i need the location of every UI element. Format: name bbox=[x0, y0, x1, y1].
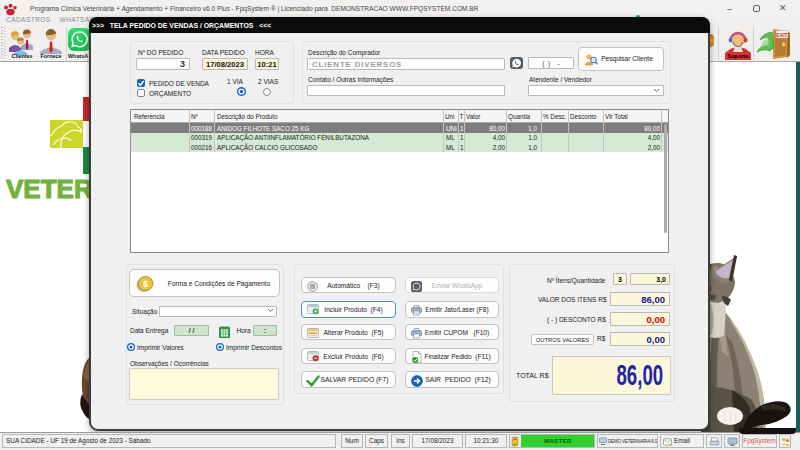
svg-text:$: $ bbox=[143, 279, 148, 289]
svg-text:EXIT: EXIT bbox=[776, 32, 788, 38]
